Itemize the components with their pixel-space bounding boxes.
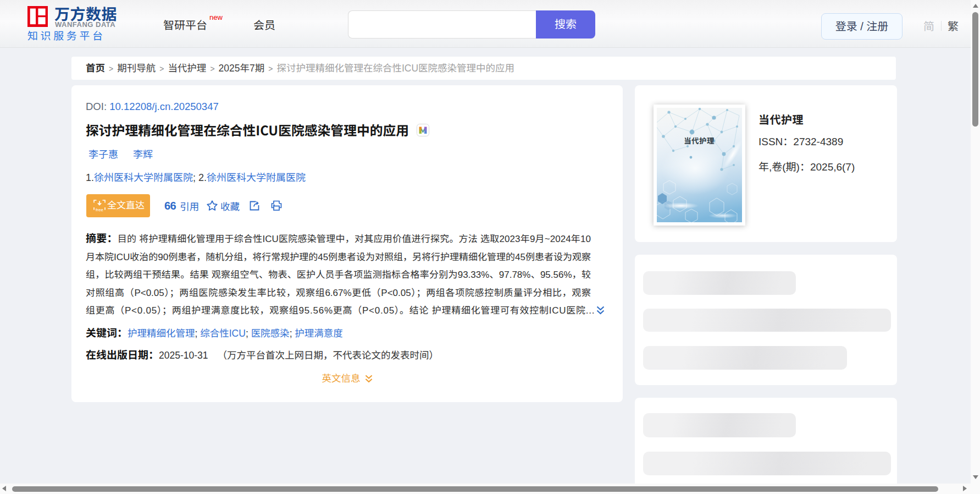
svg-text:free: free	[96, 207, 103, 212]
svg-text:当代护理: 当代护理	[684, 135, 715, 146]
